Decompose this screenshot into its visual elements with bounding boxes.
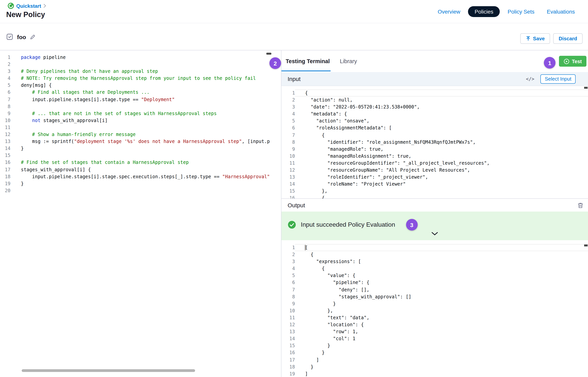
code-text[interactable]: { [295, 251, 588, 258]
code-line[interactable]: 18 input.pipeline.stages[i].stage.spec.e… [0, 173, 281, 180]
code-text[interactable]: "resourceGroupName": "All Project Level … [295, 167, 588, 174]
code-text[interactable]: "stages_with_approval": [] [295, 293, 588, 300]
code-text[interactable]: "location": { [295, 321, 588, 328]
code-line[interactable]: 9 } [282, 300, 588, 307]
code-text[interactable]: "deny": [], [295, 286, 588, 293]
code-text[interactable] [11, 124, 281, 131]
code-text[interactable]: } [295, 349, 588, 356]
code-line[interactable]: 5deny[msg] { [0, 82, 281, 89]
nav-evaluations[interactable]: Evaluations [542, 6, 579, 17]
breadcrumb[interactable]: Quickstart [8, 3, 46, 9]
code-line[interactable]: 12 # Show a human-friendly error message [0, 131, 281, 138]
code-line[interactable]: 6 # Find all stages that are Deployments… [0, 89, 281, 96]
code-line[interactable]: 20 [0, 187, 281, 194]
code-text[interactable]: "managedRole": true, [295, 146, 588, 153]
code-text[interactable]: deny[msg] { [11, 82, 281, 89]
select-input-button[interactable]: Select Input [541, 74, 576, 83]
code-text[interactable]: "resourceGroupIdentifier": "_all_project… [295, 160, 588, 167]
code-text[interactable]: # ... that are not in the set of stages … [11, 110, 281, 117]
nav-policy-sets[interactable]: Policy Sets [503, 6, 539, 17]
code-text[interactable]: } [295, 342, 588, 349]
code-line[interactable]: 18 } [282, 363, 588, 370]
code-text[interactable]: { [295, 195, 588, 198]
code-text[interactable]: "action": "onsave", [295, 118, 588, 125]
code-text[interactable]: "col": 1 [295, 335, 588, 342]
code-line[interactable]: 1package pipeline [0, 54, 281, 61]
code-text[interactable]: } [11, 145, 281, 152]
policy-code-editor[interactable]: 1package pipeline23# Deny pipelines that… [0, 50, 281, 377]
code-line[interactable]: 7 { [282, 131, 588, 139]
code-text[interactable]: "metadata": { [295, 111, 588, 118]
code-line[interactable]: 10 not stages_with_approval[i] [0, 117, 281, 124]
code-line[interactable]: 10 "managedRoleAssignment": true, [282, 153, 588, 160]
code-line[interactable]: 12 "resourceGroupName": "All Project Lev… [282, 167, 588, 174]
code-line[interactable]: 4 { [282, 265, 588, 272]
code-text[interactable] [11, 103, 281, 110]
code-line[interactable]: 16 } [282, 349, 588, 356]
code-line[interactable]: 13 msg := sprintf("deployment stage '%s'… [0, 138, 281, 145]
input-json-editor[interactable]: 1{2 "action": null,3 "date": "2022-05-05… [282, 86, 588, 198]
code-line[interactable]: 13 "roleIdentifier": "_project_viewer", [282, 174, 588, 181]
test-button[interactable]: Test [559, 56, 587, 67]
code-line[interactable]: 11 [0, 124, 281, 131]
code-line[interactable]: 3 "date": "2022-05-05T20:41:23.538+0000"… [282, 104, 588, 110]
output-json-editor[interactable]: 1[2 {3 "expressions": [4 {5 "value": {6 … [282, 240, 588, 377]
code-text[interactable] [11, 61, 281, 68]
code-view-icon[interactable]: </> [526, 76, 534, 82]
code-text[interactable]: { [295, 131, 588, 139]
code-text[interactable]: }, [295, 307, 588, 314]
code-text[interactable]: { [295, 265, 588, 272]
code-line[interactable]: 4# NOTE: Try removing the HarnessApprova… [0, 75, 281, 82]
code-text[interactable]: input.pipeline.stages[i].stage.type == "… [11, 96, 281, 103]
editor-scroll-marker[interactable] [266, 53, 271, 55]
code-text[interactable]: "managedRoleAssignment": true, [295, 153, 588, 160]
code-text[interactable]: "text": "data", [295, 314, 588, 321]
code-text[interactable]: "roleName": "Project Viewer" [295, 181, 588, 188]
nav-overview[interactable]: Overview [433, 6, 465, 17]
discard-button[interactable]: Discard [553, 33, 583, 44]
code-text[interactable]: # Find the set of stages that contain a … [11, 159, 281, 166]
code-text[interactable]: # Find all stages that are Deployments .… [11, 89, 281, 96]
code-text[interactable]: } [295, 300, 588, 307]
code-text[interactable]: { [295, 90, 588, 96]
code-text[interactable]: } [11, 180, 281, 187]
trash-icon[interactable] [577, 202, 583, 208]
code-line[interactable]: 2 "action": null, [282, 96, 588, 104]
edit-pencil-icon[interactable] [30, 34, 36, 40]
code-line[interactable]: 17stages_with_approval[i] { [0, 166, 281, 173]
code-line[interactable]: 6 "roleAssignmentMetadata": [ [282, 125, 588, 131]
tab-library[interactable]: Library [340, 50, 357, 72]
code-text[interactable] [11, 152, 281, 159]
code-text[interactable]: }, [295, 188, 588, 195]
code-text[interactable]: [ [295, 244, 588, 251]
code-line[interactable]: 4 "metadata": { [282, 111, 588, 118]
code-text[interactable]: } [295, 363, 588, 370]
code-line[interactable]: 1[ [282, 244, 588, 251]
breadcrumb-link[interactable]: Quickstart [16, 3, 41, 9]
code-text[interactable]: # Show a human-friendly error message [11, 131, 281, 138]
code-line[interactable]: 15 }, [282, 188, 588, 195]
code-text[interactable]: "identifier": "role_assignment_NsFQM43Rq… [295, 139, 588, 145]
code-line[interactable]: 13 "row": 1, [282, 328, 588, 335]
horizontal-scrollbar[interactable] [22, 369, 195, 372]
code-line[interactable]: 10 }, [282, 307, 588, 314]
code-text[interactable]: input.pipeline.stages[i].stage.spec.exec… [11, 173, 281, 180]
code-line[interactable]: 2 [0, 61, 281, 68]
code-text[interactable]: msg := sprintf("deployment stage '%s' do… [11, 138, 281, 145]
save-button[interactable]: Save [520, 33, 550, 44]
code-line[interactable]: 5 "value": { [282, 272, 588, 279]
code-text[interactable]: # NOTE: Try removing the HarnessApproval… [11, 75, 281, 82]
code-text[interactable]: "date": "2022-05-05T20:41:23.538+0000", [295, 104, 588, 110]
code-text[interactable]: not stages_with_approval[i] [11, 117, 281, 124]
code-line[interactable]: 19} [0, 180, 281, 187]
code-line[interactable]: 8 "stages_with_approval": [] [282, 293, 588, 300]
code-line[interactable]: 15 [0, 152, 281, 159]
code-line[interactable]: 14} [0, 145, 281, 152]
code-text[interactable] [11, 187, 281, 194]
code-text[interactable]: "roleIdentifier": "_project_viewer", [295, 174, 588, 181]
code-text[interactable]: "pipeline": { [295, 279, 588, 286]
chevron-down-icon[interactable] [431, 232, 438, 236]
code-line[interactable]: 6 "pipeline": { [282, 279, 588, 286]
code-text[interactable]: "roleAssignmentMetadata": [ [295, 125, 588, 131]
code-line[interactable]: 2 { [282, 251, 588, 258]
